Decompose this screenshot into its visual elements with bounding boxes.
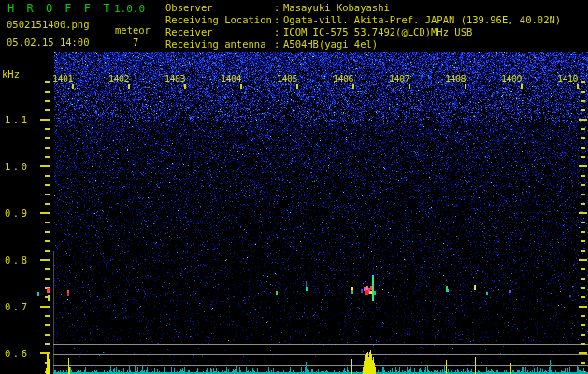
time-tick-label: 1407 bbox=[387, 74, 411, 84]
header-field-row: Receiver:ICOM IC-575 53.7492(@LCD)MHz US… bbox=[165, 26, 561, 38]
station-info: Observer:Masayuki Kobayashi Receiving Lo… bbox=[165, 2, 561, 50]
field-separator: : bbox=[274, 38, 283, 50]
field-label: Receiving antenna bbox=[165, 38, 274, 50]
spectrogram-canvas bbox=[0, 0, 588, 374]
app-title: H R O F F T bbox=[7, 2, 112, 15]
freq-tick-label: 0.7 bbox=[5, 301, 33, 312]
time-tick-label: 1404 bbox=[219, 74, 243, 84]
time-tick-label: 1405 bbox=[275, 74, 299, 84]
field-separator: : bbox=[274, 14, 283, 26]
freq-tick-label: 1.0 bbox=[5, 161, 33, 172]
echo-count: 7 bbox=[133, 36, 138, 48]
freq-tick-label: 0.8 bbox=[5, 254, 33, 266]
field-value: Masayuki Kobayashi bbox=[283, 2, 390, 13]
frequency-axis-unit: kHz bbox=[2, 68, 20, 79]
app-version: 1.0.0 bbox=[114, 3, 145, 15]
hrofft-screenshot: H R O F F T 1.0.0 0502151400.png meteor … bbox=[0, 0, 588, 374]
field-label: Receiving Location bbox=[165, 14, 274, 26]
mode-label: meteor bbox=[115, 24, 151, 36]
output-filename: 0502151400.png bbox=[7, 19, 90, 30]
freq-tick-label: 1.1 bbox=[5, 114, 33, 125]
freq-tick-label: 0.6 bbox=[5, 348, 33, 359]
time-tick-label: 1403 bbox=[163, 74, 187, 84]
observation-datetime: 05.02.15 14:00 bbox=[7, 36, 90, 48]
header-field-row: Receiving antenna:A504HB(yagi 4el) bbox=[165, 38, 561, 50]
time-tick-label: 1401 bbox=[50, 74, 75, 84]
field-separator: : bbox=[274, 2, 283, 14]
field-label: Observer bbox=[165, 2, 274, 14]
header-field-row: Receiving Location:Ogata-vill. Akita-Pre… bbox=[165, 14, 561, 26]
field-value: A504HB(yagi 4el) bbox=[283, 38, 378, 50]
time-tick-label: 1408 bbox=[443, 74, 467, 84]
time-tick-label: 1409 bbox=[499, 74, 523, 84]
time-tick-label: 1406 bbox=[331, 74, 355, 84]
freq-tick-label: 0.9 bbox=[5, 208, 33, 219]
header-field-row: Observer:Masayuki Kobayashi bbox=[165, 2, 561, 14]
time-tick-label: 1402 bbox=[107, 74, 131, 84]
field-value: Ogata-vill. Akita-Pref. JAPAN (139.96E, … bbox=[283, 14, 561, 25]
time-tick-label: 1410 bbox=[555, 74, 580, 84]
field-value: ICOM IC-575 53.7492(@LCD)MHz USB bbox=[283, 26, 472, 37]
field-separator: : bbox=[274, 26, 283, 38]
field-label: Receiver bbox=[165, 26, 274, 38]
